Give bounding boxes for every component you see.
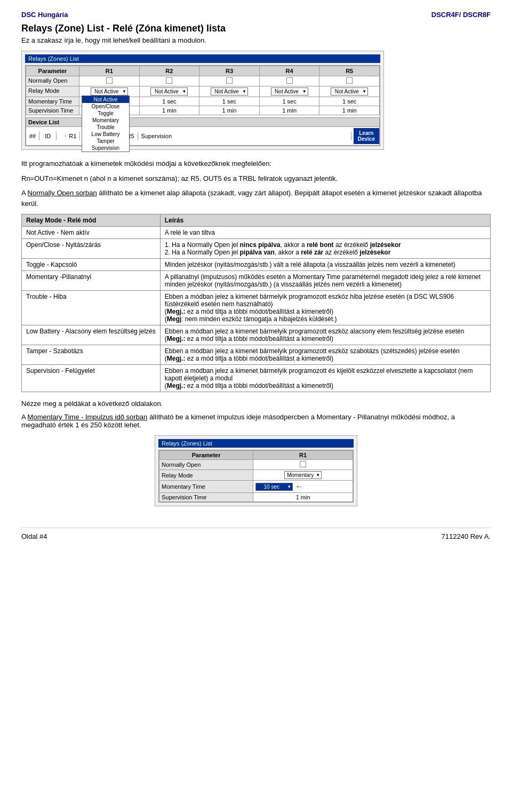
bold-bont: relé bont xyxy=(307,241,334,249)
inner-val-supervision-time: 1 min xyxy=(253,493,353,502)
table-row: Trouble - Hiba Ebben a módban jelez a ki… xyxy=(22,291,491,325)
st-r5: 1 min xyxy=(319,106,380,115)
table-row: Open/Close - Nyitás/zárás 1. Ha a Normal… xyxy=(22,239,491,259)
mode-not-active: Not Active - Nem aktív xyxy=(22,227,161,239)
param-momentary-time: Momentary Time xyxy=(26,97,79,106)
device-col-r1: R1 xyxy=(66,132,80,140)
device-col-id: ID xyxy=(39,132,57,140)
inner-param-relay-mode: Relay Mode xyxy=(159,470,253,481)
paragraph-5: A Momentary Time - Impulzus idő sorban á… xyxy=(21,413,491,429)
checkbox-no-r5[interactable] xyxy=(346,77,353,84)
no-r4 xyxy=(259,76,319,86)
main-text-block: Itt programozhatóak a kimenetek működési… xyxy=(21,158,491,209)
inner-param-supervision-time: Supervision Time xyxy=(159,493,253,502)
no-r3 xyxy=(199,76,260,86)
relay-mode-r5-arrow: ▼ xyxy=(362,89,366,94)
megj-trouble-1: Megj.: xyxy=(167,308,186,315)
mt-r3: 1 sec xyxy=(199,97,260,106)
col-r2: R2 xyxy=(139,66,199,76)
col-r3: R3 xyxy=(199,66,260,76)
inner-param-momentary-time: Momentary Time xyxy=(159,481,253,493)
inner-momentary-time-dropdown[interactable]: 10 sec ▼ xyxy=(255,483,293,491)
inner-relay-mode-dropdown[interactable]: Momentary ▼ xyxy=(284,471,322,479)
footer-rev: 7112240 Rev A. xyxy=(441,532,491,540)
mode-tamper: Tamper - Szabotázs xyxy=(22,345,161,365)
dropdown-item-supervision[interactable]: Supervision xyxy=(82,145,129,152)
inner-val-momentary-time: 10 sec ▼ ← xyxy=(253,481,353,493)
col-r1: R1 xyxy=(79,66,140,76)
relay-mode-r2-arrow: ▼ xyxy=(182,89,186,94)
screenshot-1: Relays (Zones) List Parameter R1 R2 R3 R… xyxy=(21,51,384,150)
paragraph-4: Nézze meg a példákat a következő oldalak… xyxy=(21,400,491,408)
inner-row-momentary-time: Momentary Time 10 sec ▼ ← xyxy=(159,481,353,493)
mt-r5: 1 sec xyxy=(319,97,380,106)
device-col-hash: ## xyxy=(26,132,39,140)
page-title: Relays (Zone) List - Relé (Zóna kimenet)… xyxy=(21,23,491,34)
checkbox-no-r4[interactable] xyxy=(286,77,293,84)
no-r5 xyxy=(319,76,380,86)
relay-mode-r1-dropdown[interactable]: Not Active ▼ xyxy=(91,87,128,95)
learn-device-button-container: LearnDevice xyxy=(351,127,379,145)
red-arrow-icon: ← xyxy=(295,482,303,491)
checkbox-inner-no[interactable] xyxy=(300,461,306,467)
dropdown-item-toggle[interactable]: Toggle xyxy=(82,110,129,117)
page-footer: Oldal #4 7112240 Rev A. xyxy=(21,528,491,540)
inner-val-normally-open xyxy=(253,460,353,470)
desc-tamper: Ebben a módban jelez a kimenet bármelyik… xyxy=(160,345,490,365)
relay-mode-r3-dropdown[interactable]: Not Active ▼ xyxy=(211,87,248,95)
relay-mode-r5-dropdown[interactable]: Not Active ▼ xyxy=(331,87,368,95)
device-list-header: Device List xyxy=(26,117,380,127)
st-r3: 1 min xyxy=(199,106,260,115)
inner-col-param: Parameter xyxy=(159,451,253,460)
megj-supervision: Megj.: xyxy=(167,382,186,389)
checkbox-no-r2[interactable] xyxy=(166,77,172,84)
relay-mode-r4-cell: Not Active ▼ xyxy=(259,86,319,97)
momentary-time-underline: Momentary Time - Impulzus idő sorban xyxy=(28,413,148,421)
inner-momentary-time-arrow: ▼ xyxy=(287,484,291,489)
relay-mode-r4-arrow: ▼ xyxy=(302,89,307,94)
product-code: DSCR4F/ DSCR8F xyxy=(431,11,491,19)
desc-momentary: A pillanatnyi (impulzusos) működés eseté… xyxy=(160,271,490,291)
relay-params-table: Parameter R1 R2 R3 R4 R5 Normally Open xyxy=(26,66,380,115)
dropdown-item-trouble[interactable]: Trouble xyxy=(82,124,129,131)
desc-trouble: Ebben a módban jelez a kimenet bármelyik… xyxy=(160,291,490,325)
relay-mode-r1-arrow: ▼ xyxy=(122,89,126,94)
mt-r2: 1 sec xyxy=(139,97,199,106)
momentary-time-row: Momentary Time — 1 sec 1 sec 1 sec 1 sec xyxy=(26,97,380,106)
screenshot-title-bar: Relays (Zones) List xyxy=(25,54,380,63)
table-row: Toggle - Kapcsoló Minden jelzéskor (nyit… xyxy=(22,259,491,271)
no-r2 xyxy=(139,76,199,86)
paragraph-2: Rn=OUTn=Kimenet n (ahol n a kimenet sors… xyxy=(21,173,491,184)
mode-open-close: Open/Close - Nyitás/zárás xyxy=(22,239,161,259)
table-row: Momentary -Pillanatnyi A pillanatnyi (im… xyxy=(22,271,491,291)
relay-mode-r4-dropdown[interactable]: Not Active ▼ xyxy=(271,87,308,95)
col-r4: R4 xyxy=(259,66,319,76)
mode-momentary: Momentary -Pillanatnyi xyxy=(22,271,161,291)
bold-nincs: nincs pipálva xyxy=(240,241,281,249)
normally-open-row: Normally Open xyxy=(26,76,380,86)
relay-inner-table: Parameter R1 Normally Open Relay Mode Mo… xyxy=(159,450,353,502)
checkbox-no-r3[interactable] xyxy=(226,77,233,84)
supervision-time-row: Supervision Time — 1 min 1 min 1 min 1 m… xyxy=(26,106,380,115)
relay-table-outer: Parameter R1 R2 R3 R4 R5 Normally Open xyxy=(25,65,380,146)
screenshot-2: Relays (Zones) List Parameter R1 Normall… xyxy=(155,435,357,506)
relay-mode-r2-cell: Not Active ▼ xyxy=(139,86,199,97)
dropdown-item-low-battery[interactable]: Low Battery xyxy=(82,131,129,138)
dropdown-item-not-active[interactable]: Not Active xyxy=(82,96,129,103)
bold-zar: relé zár xyxy=(301,249,323,256)
inner-relay-mode-arrow: ▼ xyxy=(316,473,320,477)
inner-row-relay-mode: Relay Mode Momentary ▼ xyxy=(159,470,353,481)
relay-mode-r2-dropdown[interactable]: Not Active ▼ xyxy=(150,87,188,95)
relay-mode-r3-arrow: ▼ xyxy=(242,89,246,94)
dropdown-item-open-close[interactable]: Open/Close xyxy=(82,103,129,110)
screenshot2-table-container: Parameter R1 Normally Open Relay Mode Mo… xyxy=(158,450,354,503)
checkbox-no-r1[interactable] xyxy=(106,77,113,84)
st-r4: 1 min xyxy=(259,106,319,115)
inner-table-header: Parameter R1 xyxy=(159,451,353,460)
momentary-time-container: 10 sec ▼ ← xyxy=(255,482,350,491)
dropdown-item-tamper[interactable]: Tamper xyxy=(82,138,129,145)
dropdown-item-momentary[interactable]: Momentary xyxy=(82,117,129,124)
device-col-supervision: Supervision xyxy=(138,132,351,140)
learn-device-button[interactable]: LearnDevice xyxy=(354,128,379,144)
inner-val-relay-mode: Momentary ▼ xyxy=(253,470,353,481)
